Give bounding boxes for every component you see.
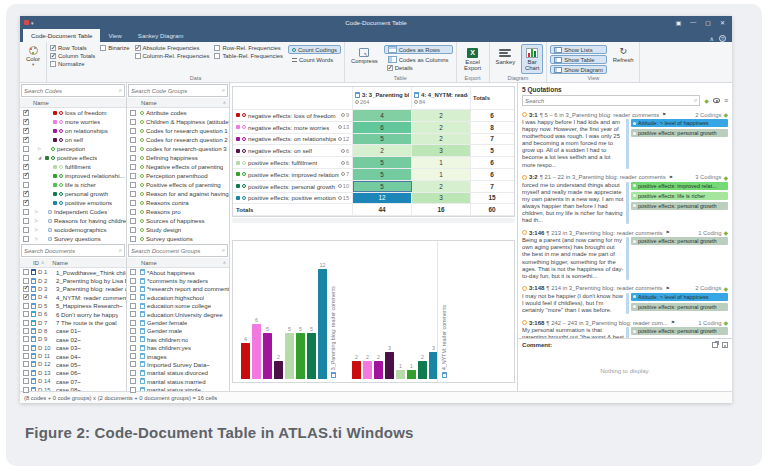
code-group-list-item[interactable]: Reasons pro (127, 207, 229, 216)
coding-diamond-icon[interactable]: ◆ (723, 285, 728, 292)
refresh-button[interactable]: ↻ Refresh (610, 44, 637, 65)
bar-column[interactable]: 1 (406, 245, 417, 379)
ribbon-tab[interactable]: View (100, 29, 129, 42)
table-row-header[interactable]: positive effects: improved relations... … (233, 169, 353, 180)
sankey-button[interactable]: Sankey (493, 44, 519, 67)
document-list-item[interactable]: D 7 7 The route is the goal (20, 318, 126, 326)
bar-column[interactable]: 4 (240, 245, 251, 379)
table-row-header[interactable]: negative effects: more worries 13 (233, 122, 353, 133)
bar-column[interactable]: 5 (284, 245, 295, 379)
table-cell[interactable]: 5 (353, 134, 412, 145)
document-checkbox[interactable] (23, 378, 29, 384)
table-cell[interactable]: 5 (353, 181, 412, 192)
bar-column[interactable]: 2 (373, 245, 384, 379)
bar-column[interactable]: 2 (351, 245, 362, 379)
document-checkbox[interactable] (23, 320, 29, 326)
comment-image-icon[interactable] (722, 342, 728, 348)
ribbon-tab[interactable]: Sankey Diagram (130, 29, 192, 42)
document-checkbox[interactable] (23, 269, 29, 275)
code-checkbox[interactable] (23, 227, 29, 233)
code-group-checkbox[interactable] (130, 155, 136, 161)
table-cell[interactable]: 1 (412, 157, 471, 168)
document-group-checkbox[interactable] (130, 378, 136, 384)
quotation-card[interactable]: 3:148 ¶ 214 in 3_Parenting blog: reader … (518, 283, 732, 317)
coding-chip[interactable]: positive effects: personal growth (631, 303, 728, 311)
coding-chip[interactable]: Attitude: > level of happiness (631, 119, 728, 127)
bar-column[interactable]: 2 (417, 245, 428, 379)
expander-icon[interactable]: ▷ (38, 146, 43, 151)
code-checkbox[interactable] (23, 209, 29, 215)
table-cell[interactable]: 2 (353, 145, 412, 156)
document-list-item[interactable]: D 6 6 Don't worry be happy (20, 310, 126, 318)
code-group-list-item[interactable]: Attribute codes (127, 108, 229, 117)
code-group-checkbox[interactable] (130, 164, 136, 170)
code-group-checkbox[interactable] (130, 137, 136, 143)
coding-diamond-icon[interactable]: ◆ (704, 97, 709, 104)
code-list-item[interactable]: loss of freedom (20, 108, 126, 117)
code-group-checkbox[interactable] (130, 191, 136, 197)
quotation-card[interactable]: 3:146 ¶ 213 in 3_Parenting blog: reader … (518, 227, 732, 283)
code-list-item[interactable]: ◢ positive effects (20, 153, 126, 162)
window-control-button[interactable]: ▣ (676, 19, 682, 26)
code-list-item[interactable]: ▷ Independent Codes (20, 207, 126, 216)
code-list-item[interactable]: ▷ Reasons for having children (20, 216, 126, 225)
document-checkbox[interactable] (23, 336, 29, 342)
quotation-card[interactable]: 3:168 ¶ 242 – 243 in 3_Parenting blog: r… (518, 317, 732, 338)
quotation-card[interactable]: 3:1 ¶ 5 – 6 in 3_Parenting blog: reader … (518, 109, 732, 172)
code-group-list-item[interactable]: Study design (127, 225, 229, 234)
code-group-list-item[interactable]: Children & Happiness (attitude) (127, 117, 229, 126)
document-list-item[interactable]: D 13 case 06~ (20, 369, 126, 377)
horizontal-scrollbar[interactable] (232, 218, 515, 223)
document-group-list-item[interactable]: marital status:married (127, 377, 229, 385)
document-group-list-item[interactable]: *comments by readers (127, 276, 229, 284)
document-checkbox[interactable] (23, 345, 29, 351)
document-group-checkbox[interactable] (130, 345, 136, 351)
document-groups-search-input[interactable] (129, 248, 222, 254)
document-group-checkbox[interactable] (130, 294, 136, 300)
document-checkbox[interactable] (23, 303, 29, 309)
code-list-item[interactable]: on relationships (20, 126, 126, 135)
code-checkbox[interactable] (23, 137, 29, 143)
code-checkbox[interactable] (23, 110, 29, 116)
document-group-checkbox[interactable] (130, 286, 136, 292)
data-option-checkbox[interactable]: Binarize (100, 45, 129, 51)
bar-column[interactable]: 5 (262, 245, 273, 379)
code-checkbox[interactable] (23, 164, 29, 170)
code-group-list-item[interactable]: Negative effects of parenting (127, 162, 229, 171)
coding-chip[interactable]: positive effects: life is richer (631, 192, 728, 200)
document-list-item[interactable]: D 10 case 03~ (20, 344, 126, 352)
table-cell[interactable]: 5 (353, 157, 412, 168)
code-checkbox[interactable] (23, 173, 29, 179)
documents-list-header[interactable]: ID ∧ Name (20, 258, 126, 268)
code-list-item[interactable]: ▷ perception (20, 144, 126, 153)
code-list-item[interactable]: ▷ Survey questions (20, 234, 126, 243)
codes-as-rows-button[interactable]: Codes as Rows (384, 45, 453, 54)
document-list-item[interactable]: D 8 case 01~ (20, 327, 126, 335)
document-list-item[interactable]: D 2 2_Parenting blog by Lisa Bel... (20, 276, 126, 284)
code-group-list-item[interactable]: Positive effects of parenting (127, 180, 229, 189)
data-option-checkbox[interactable]: Normalize (50, 61, 95, 67)
document-group-checkbox[interactable] (130, 311, 136, 317)
ribbon-tab[interactable]: Code-Document Table (23, 29, 100, 42)
document-list-item[interactable]: D 14 case 07~ (20, 377, 126, 385)
code-group-checkbox[interactable] (130, 182, 136, 188)
bar-column[interactable]: 12 (317, 245, 328, 379)
window-control-button[interactable]: ✕ (720, 19, 725, 26)
window-control-button[interactable]: — (690, 19, 696, 26)
popout-comment-icon[interactable] (712, 342, 718, 348)
code-group-list-item[interactable]: Reasons contra (127, 198, 229, 207)
code-group-checkbox[interactable] (130, 110, 136, 116)
document-group-list-item[interactable]: has children:no (127, 335, 229, 343)
count-words-button[interactable]: Count Words (288, 55, 341, 64)
bar-column[interactable]: 5 (306, 245, 317, 379)
code-group-checkbox[interactable] (130, 227, 136, 233)
table-cell[interactable]: 2 (412, 134, 471, 145)
table-document-column-header[interactable]: 4: 4_NYTM: reader co... 84 (412, 87, 471, 109)
code-group-checkbox[interactable] (130, 119, 136, 125)
table-cell[interactable]: 1 (412, 169, 471, 180)
code-checkbox[interactable] (23, 155, 29, 161)
code-group-list-item[interactable]: Sources of happiness (127, 216, 229, 225)
table-row[interactable]: positive effects: personal growth 10 52 … (233, 181, 514, 193)
expander-icon[interactable]: ◢ (38, 155, 43, 160)
code-group-list-item[interactable]: Perception parenthood (127, 171, 229, 180)
